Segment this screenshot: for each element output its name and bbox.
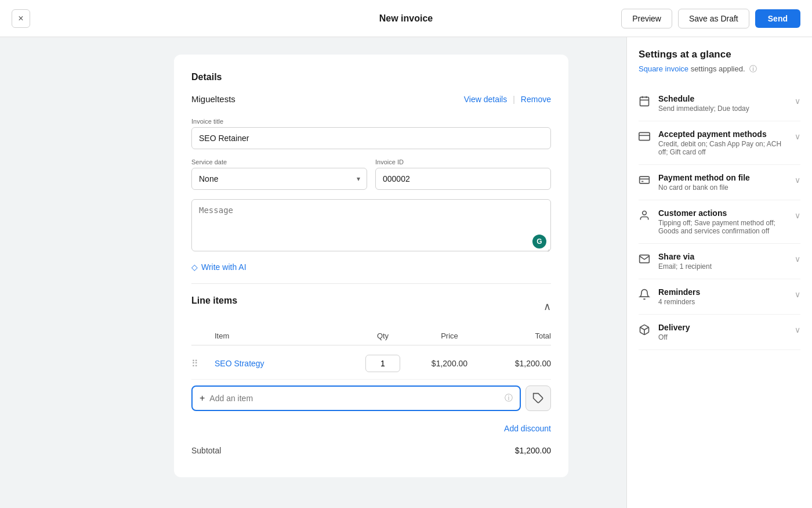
customer-actions-row: View details | Remove: [464, 95, 551, 104]
item-price: $1,200.00: [412, 359, 487, 368]
svg-rect-5: [639, 132, 650, 140]
svg-rect-7: [640, 176, 650, 183]
write-ai-label: Write with AI: [201, 262, 246, 272]
section-divider: [191, 283, 551, 284]
setting-payment-file[interactable]: Payment method on file No card or bank o…: [639, 165, 800, 200]
add-item-input[interactable]: [209, 394, 500, 403]
schedule-detail: Send immediately; Due today: [658, 105, 788, 113]
topbar-left: ×: [12, 9, 30, 28]
drag-handle-icon[interactable]: ⠿: [191, 358, 215, 369]
payment-file-icon: [639, 174, 651, 188]
invoice-id-group: Invoice ID: [375, 158, 551, 190]
box-icon: [639, 324, 651, 338]
payment-methods-content: Accepted payment methods Credit, debit o…: [658, 129, 788, 156]
customer-actions-detail: Tipping off; Save payment method off; Go…: [658, 219, 788, 235]
col-header-drag: [191, 332, 215, 340]
table-row: ⠿ SEO Strategy $1,200.00 $1,200.00: [191, 348, 551, 380]
invoice-title-input[interactable]: [191, 127, 551, 149]
setting-customer-actions[interactable]: Customer actions Tipping off; Save payme…: [639, 200, 800, 244]
credit-card-icon: [639, 131, 651, 145]
customer-actions-content: Customer actions Tipping off; Save payme…: [658, 208, 788, 235]
invoice-id-label: Invoice ID: [375, 158, 551, 165]
setting-reminders[interactable]: Reminders 4 reminders ∨: [639, 279, 800, 315]
service-date-input[interactable]: [191, 168, 367, 190]
page-title: New invoice: [379, 13, 433, 24]
preview-button[interactable]: Preview: [621, 9, 672, 28]
right-panel: Settings at a glance Square invoice sett…: [626, 37, 812, 508]
subtotal-value: $1,200.00: [515, 446, 551, 455]
square-invoice-link[interactable]: Square invoice: [639, 64, 688, 73]
customer-row: Migueltests View details | Remove: [191, 94, 551, 104]
setting-payment-methods[interactable]: Accepted payment methods Credit, debit o…: [639, 121, 800, 165]
payment-file-detail: No card or bank on file: [658, 183, 788, 192]
main-layout: Details Migueltests View details | Remov…: [0, 37, 812, 508]
customer-name: Migueltests: [191, 94, 235, 104]
share-via-detail: Email; 1 recipient: [658, 262, 788, 271]
delivery-detail: Off: [658, 333, 788, 341]
setting-share-via[interactable]: Share via Email; 1 recipient ∨: [639, 244, 800, 279]
ai-icon: G: [532, 235, 546, 248]
delivery-chevron-icon: ∨: [795, 325, 800, 334]
invoice-title-label: Invoice title: [191, 118, 551, 125]
person-icon: [639, 210, 651, 224]
payment-file-name: Payment method on file: [658, 173, 788, 182]
add-item-row: + ⓘ: [191, 385, 551, 411]
invoice-id-input[interactable]: [375, 168, 551, 190]
payment-methods-detail: Credit, debit on; Cash App Pay on; ACH o…: [658, 140, 788, 156]
plus-icon: +: [200, 393, 205, 403]
settings-title: Settings at a glance: [639, 49, 800, 60]
share-via-chevron-icon: ∨: [795, 254, 800, 264]
invoice-title-group: Invoice title: [191, 118, 551, 149]
send-button[interactable]: Send: [755, 9, 800, 28]
form-card: Details Migueltests View details | Remov…: [174, 55, 568, 477]
calendar-icon: [639, 95, 651, 109]
remove-button[interactable]: Remove: [521, 95, 551, 104]
subtotal-row: Subtotal $1,200.00: [191, 441, 551, 460]
add-item-input-wrap[interactable]: + ⓘ: [191, 385, 521, 411]
center-content: Details Migueltests View details | Remov…: [116, 37, 626, 508]
payment-methods-chevron-icon: ∨: [795, 132, 800, 141]
close-button[interactable]: ×: [12, 9, 30, 28]
reminders-chevron-icon: ∨: [795, 290, 800, 299]
info-icon: ⓘ: [505, 393, 513, 403]
customer-actions-name: Customer actions: [658, 208, 788, 218]
collapse-line-items-button[interactable]: ∧: [543, 300, 551, 313]
setting-delivery[interactable]: Delivery Off ∨: [639, 315, 800, 350]
message-textarea[interactable]: [191, 199, 551, 251]
payment-methods-name: Accepted payment methods: [658, 129, 788, 139]
setting-schedule[interactable]: Schedule Send immediately; Due today ∨: [639, 86, 800, 121]
item-name[interactable]: SEO Strategy: [215, 359, 354, 368]
details-title: Details: [191, 72, 551, 82]
left-spacer: [0, 37, 116, 508]
table-header: Item Qty Price Total: [191, 327, 551, 345]
service-date-invoice-id-row: Service date ▾ Invoice ID: [191, 158, 551, 199]
share-via-content: Share via Email; 1 recipient: [658, 252, 788, 271]
svg-rect-1: [640, 97, 649, 106]
settings-subtitle: Square invoice settings applied. ⓘ: [639, 64, 800, 74]
settings-subtitle-suffix: settings applied.: [691, 64, 745, 73]
tag-icon: [532, 392, 544, 404]
schedule-chevron-icon: ∨: [795, 96, 800, 106]
email-icon: [639, 253, 651, 267]
view-details-button[interactable]: View details: [464, 95, 507, 104]
add-discount-button[interactable]: Add discount: [504, 421, 551, 435]
reminders-name: Reminders: [658, 287, 788, 297]
delivery-name: Delivery: [658, 323, 788, 332]
diamond-icon: ◇: [191, 262, 198, 272]
write-with-ai-button[interactable]: ◇ Write with AI: [191, 262, 246, 272]
share-via-name: Share via: [658, 252, 788, 261]
info-circle-icon[interactable]: ⓘ: [749, 64, 757, 73]
separator: |: [513, 95, 515, 104]
delivery-content: Delivery Off: [658, 323, 788, 341]
qty-input[interactable]: [365, 355, 400, 372]
resize-handle: ⌟: [547, 246, 550, 252]
tag-button[interactable]: [525, 385, 551, 411]
col-header-total: Total: [487, 332, 551, 340]
topbar: × New invoice Preview Save as Draft Send: [0, 0, 812, 37]
service-date-select-wrap: ▾: [191, 168, 367, 190]
subtotal-label: Subtotal: [191, 446, 221, 455]
save-draft-button[interactable]: Save as Draft: [678, 9, 749, 28]
payment-file-chevron-icon: ∨: [795, 175, 800, 185]
service-date-group: Service date ▾: [191, 158, 367, 190]
line-items-title: Line items: [191, 296, 237, 306]
